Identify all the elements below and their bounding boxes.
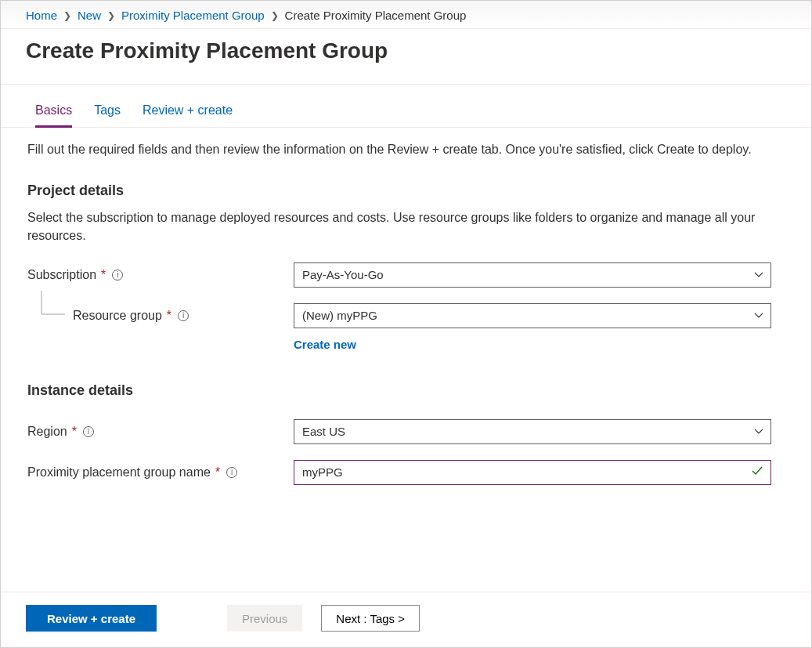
required-indicator: * — [72, 422, 77, 440]
review-create-button[interactable]: Review + create — [26, 605, 157, 632]
project-details-desc: Select the subscription to manage deploy… — [27, 208, 779, 244]
tab-tags[interactable]: Tags — [94, 103, 121, 127]
chevron-right-icon: ❯ — [60, 10, 74, 21]
subscription-select[interactable]: Pay-As-You-Go — [294, 262, 771, 288]
check-icon — [751, 463, 763, 481]
tab-bar: Basics Tags Review + create — [1, 85, 811, 128]
tab-review[interactable]: Review + create — [143, 103, 233, 127]
breadcrumb-current: Create Proximity Placement Group — [285, 9, 467, 22]
required-indicator: * — [101, 266, 106, 284]
tab-basics[interactable]: Basics — [35, 103, 72, 128]
field-resource-group-createnew: Create new — [27, 333, 785, 353]
required-indicator: * — [167, 306, 171, 324]
info-icon[interactable]: i — [83, 426, 94, 437]
breadcrumb-home[interactable]: Home — [26, 9, 57, 22]
breadcrumb-new[interactable]: New — [78, 9, 101, 22]
breadcrumb: Home ❯ New ❯ Proximity Placement Group ❯… — [1, 1, 811, 29]
previous-button: Previous — [227, 605, 302, 632]
chevron-right-icon: ❯ — [104, 10, 118, 21]
info-icon[interactable]: i — [112, 270, 123, 281]
info-icon[interactable]: i — [226, 467, 237, 478]
resource-group-label: Resource group * i — [27, 306, 294, 324]
resource-group-select[interactable]: (New) myPPG — [294, 303, 771, 328]
ppg-name-input[interactable] — [294, 460, 771, 485]
instance-details-title: Instance details — [27, 380, 785, 400]
form-content: Fill out the required fields and then re… — [1, 128, 811, 485]
region-label: Region * i — [27, 422, 294, 440]
next-button[interactable]: Next : Tags > — [321, 605, 420, 632]
intro-text: Fill out the required fields and then re… — [27, 140, 779, 158]
field-resource-group: Resource group * i (New) myPPG — [27, 303, 785, 328]
info-icon[interactable]: i — [178, 310, 189, 321]
field-region: Region * i East US — [27, 419, 785, 444]
page-title: Create Proximity Placement Group — [26, 38, 786, 63]
ppg-name-label: Proximity placement group name * i — [27, 463, 294, 481]
region-select[interactable]: East US — [294, 419, 771, 444]
create-new-link[interactable]: Create new — [294, 336, 356, 353]
footer: Review + create Previous Next : Tags > — [1, 592, 811, 647]
branch-icon — [38, 291, 67, 322]
field-subscription: Subscription * i Pay-As-You-Go — [27, 262, 785, 288]
required-indicator: * — [215, 463, 220, 481]
field-ppg-name: Proximity placement group name * i — [27, 460, 785, 485]
project-details-title: Project details — [27, 180, 785, 201]
subscription-label: Subscription * i — [27, 266, 294, 284]
breadcrumb-ppg[interactable]: Proximity Placement Group — [121, 9, 265, 22]
chevron-right-icon: ❯ — [268, 10, 282, 21]
